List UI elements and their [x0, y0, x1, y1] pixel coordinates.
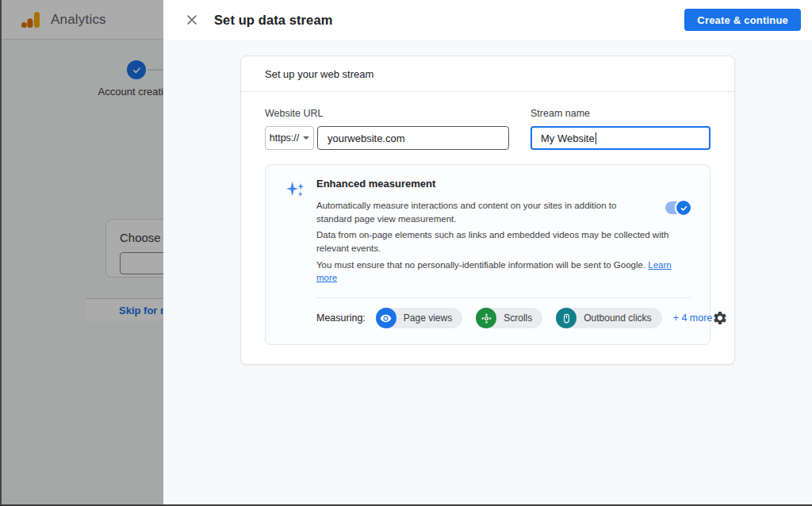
text-caret — [596, 132, 597, 144]
stream-name-value: My Website — [541, 132, 595, 144]
panel-title: Set up data stream — [214, 13, 332, 28]
enhanced-desc-3: You must ensure that no personally-ident… — [316, 259, 691, 285]
card-body: Website URL https:// Stream name — [241, 92, 734, 364]
modal-scrim — [0, 0, 163, 506]
scroll-icon — [476, 308, 496, 328]
protocol-value: https:// — [270, 132, 300, 144]
gear-icon[interactable] — [712, 309, 728, 328]
chip-label: Page views — [396, 312, 462, 324]
enhanced-measurement-card: Enhanced measurement Automatically measu… — [265, 164, 710, 345]
website-url-label: Website URL — [265, 108, 509, 119]
app-window: Analytics Account creation Choose a Skip… — [0, 0, 812, 506]
stream-name-label: Stream name — [530, 108, 710, 119]
enhanced-top-section: Enhanced measurement Automatically measu… — [285, 178, 691, 288]
chip-outbound-clicks: Outbound clicks — [556, 308, 661, 328]
card-title: Set up your web stream — [241, 56, 734, 92]
setup-data-stream-panel: Set up data stream Create & continue Set… — [163, 0, 812, 506]
enhanced-desc-2: Data from on-page elements such as links… — [316, 228, 691, 255]
url-input-group: https:// — [265, 126, 509, 150]
enhanced-measurement-title: Enhanced measurement — [316, 178, 691, 190]
enhanced-main: Enhanced measurement Automatically measu… — [316, 178, 691, 288]
more-chips-link[interactable]: + 4 more — [673, 312, 713, 324]
chip-label: Scrolls — [496, 312, 542, 324]
close-icon[interactable] — [181, 9, 203, 31]
create-continue-button[interactable]: Create & continue — [684, 9, 801, 31]
chip-scrolls: Scrolls — [476, 308, 542, 328]
enhanced-measurement-toggle[interactable] — [665, 201, 689, 214]
window-left-edge — [0, 0, 2, 506]
panel-header: Set up data stream Create & continue — [163, 0, 812, 40]
panel-body: Set up your web stream Website URL https… — [163, 40, 812, 365]
toggle-check-icon — [675, 199, 692, 217]
enhanced-desc-1: Automatically measure interactions and c… — [316, 199, 691, 225]
chip-label: Outbound clicks — [576, 312, 661, 324]
web-stream-card: Set up your web stream Website URL https… — [240, 56, 735, 365]
protocol-select[interactable]: https:// — [265, 126, 314, 150]
chip-page-views: Page views — [376, 308, 462, 328]
website-url-field-group: Website URL https:// — [265, 108, 509, 150]
sparkle-icon — [285, 178, 316, 288]
stream-name-field-group: Stream name My Website — [530, 108, 710, 150]
stream-name-input[interactable]: My Website — [530, 126, 710, 150]
enhanced-desc-3-text: You must ensure that no personally-ident… — [316, 260, 645, 270]
chevron-down-icon — [303, 136, 309, 140]
measuring-label: Measuring: — [316, 312, 366, 324]
mouse-icon — [556, 308, 576, 328]
website-url-input[interactable] — [317, 126, 509, 150]
eye-icon — [376, 308, 396, 328]
fields-row: Website URL https:// Stream name — [265, 108, 710, 150]
measuring-row: Measuring: Page views — [316, 298, 691, 335]
